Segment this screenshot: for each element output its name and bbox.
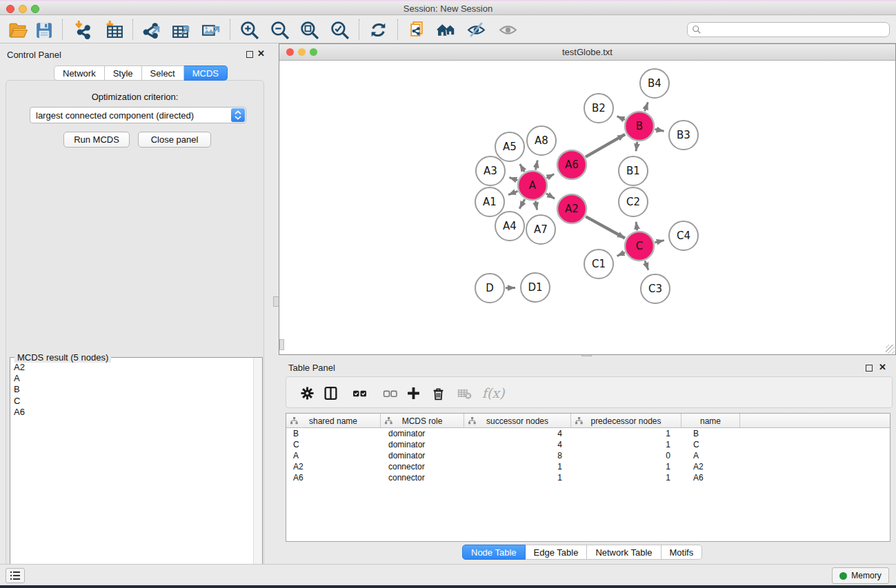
graph-edge-C-C3[interactable] (645, 261, 648, 270)
network-left-scrollbar-thumb[interactable] (279, 339, 284, 350)
export-network-icon[interactable] (139, 19, 161, 41)
table-panel-float-icon[interactable] (866, 365, 873, 372)
graph-edge-A-A1[interactable] (508, 191, 518, 194)
mcds-result-scrollbar[interactable] (253, 358, 262, 588)
graph-node-A7[interactable]: A7 (526, 215, 555, 244)
graph-node-A6[interactable]: A6 (557, 150, 586, 179)
control-panel: Control Panel ✕ NetworkStyleSelectMCDS O… (0, 43, 270, 564)
control-panel-float-icon[interactable] (246, 51, 253, 58)
graph-node-B1[interactable]: B1 (619, 156, 648, 185)
table-row[interactable]: A2connector11A2 (286, 461, 890, 472)
graph-edge-A-A3[interactable] (509, 177, 517, 180)
task-history-button[interactable] (6, 568, 25, 583)
table-tab-node-table[interactable]: Node Table (462, 545, 526, 560)
graph-edge-B-B1[interactable] (636, 142, 637, 151)
graph-edge-B-B4[interactable] (645, 102, 648, 111)
control-panel-close-icon[interactable]: ✕ (257, 48, 265, 59)
column-header-shared-name[interactable]: shared name (286, 414, 381, 428)
optimization-criterion-select[interactable]: largest connected component (directed) (30, 107, 246, 123)
export-image-icon[interactable] (199, 19, 221, 41)
column-header-name[interactable]: name (681, 414, 740, 428)
table-tab-network-table[interactable]: Network Table (587, 545, 661, 560)
graph-node-B[interactable]: B (625, 112, 654, 141)
graph-node-B4[interactable]: B4 (640, 69, 669, 98)
graph-node-B2[interactable]: B2 (584, 94, 613, 123)
graph-node-A1[interactable]: A1 (475, 187, 504, 216)
table-row[interactable]: Cdominator41C (286, 439, 890, 450)
mcds-result-item[interactable]: B (10, 384, 253, 395)
graph-node-A2[interactable]: A2 (557, 194, 586, 223)
zoom-fit-icon[interactable] (298, 19, 320, 41)
deselect-all-checkboxes-icon[interactable] (381, 385, 398, 401)
tab-network[interactable]: Network (54, 65, 105, 81)
column-header-successor-nodes[interactable]: successor nodes (464, 414, 571, 428)
graph-node-A4[interactable]: A4 (495, 212, 524, 241)
table-panel-close-icon[interactable]: ✕ (879, 362, 886, 372)
save-session-icon[interactable] (32, 19, 54, 41)
show-all-icon[interactable] (497, 19, 519, 41)
add-column-icon[interactable] (405, 385, 421, 401)
table-tab-edge-table[interactable]: Edge Table (526, 545, 588, 560)
export-table-icon[interactable] (169, 19, 191, 41)
tab-style[interactable]: Style (105, 65, 142, 81)
graph-edge-A-A7[interactable] (535, 201, 537, 210)
graph-edge-A6-B[interactable] (586, 134, 625, 157)
graph-node-D[interactable]: D (475, 274, 504, 303)
hide-selection-icon[interactable] (465, 19, 487, 41)
first-neighbors-icon[interactable] (435, 19, 457, 41)
open-session-icon[interactable] (6, 19, 28, 41)
graph-edge-A-A8[interactable] (536, 160, 538, 170)
search-input[interactable] (687, 22, 890, 37)
run-mcds-button[interactable]: Run MCDS (63, 132, 130, 148)
table-settings-gear-icon[interactable] (299, 385, 315, 401)
import-table-icon[interactable] (103, 19, 126, 41)
graph-node-C3[interactable]: C3 (641, 274, 670, 303)
graph-node-A5[interactable]: A5 (495, 132, 524, 161)
zoom-in-icon[interactable] (238, 19, 260, 41)
toggle-columns-icon[interactable] (322, 385, 339, 401)
graph-node-A[interactable]: A (518, 171, 547, 200)
graph-edge-B-B3[interactable] (655, 130, 664, 132)
mcds-result-item[interactable]: C (10, 396, 253, 407)
graph-node-B3[interactable]: B3 (669, 121, 698, 150)
graph-node-C4[interactable]: C4 (669, 221, 698, 250)
mcds-result-item[interactable]: A6 (10, 407, 253, 418)
graph-node-A3[interactable]: A3 (476, 156, 505, 185)
graph-edge-A-A4[interactable] (519, 199, 525, 209)
table-row[interactable]: Adominator80A (286, 450, 890, 461)
graph-edge-C-C1[interactable] (617, 252, 625, 256)
tab-select[interactable]: Select (142, 65, 184, 81)
graph-edge-C-C4[interactable] (655, 241, 664, 243)
graph-edge-A-A6[interactable] (546, 174, 554, 179)
zoom-selected-icon[interactable] (328, 19, 350, 41)
column-header-predecessor-nodes[interactable]: predecessor nodes (571, 414, 681, 428)
graph-node-D1[interactable]: D1 (521, 273, 550, 302)
table-tab-motifs[interactable]: Motifs (661, 545, 703, 560)
new-network-from-selection-icon[interactable] (406, 19, 428, 41)
import-network-icon[interactable] (72, 19, 94, 41)
graph-edge-A2-C[interactable] (586, 216, 625, 238)
graph-node-A8[interactable]: A8 (527, 126, 556, 155)
network-resize-grip[interactable] (886, 345, 895, 354)
table-row[interactable]: Bdominator41B (286, 428, 890, 439)
graph-node-C[interactable]: C (625, 232, 654, 261)
graph-edge-A-A5[interactable] (520, 164, 525, 172)
select-all-checkboxes-icon[interactable] (351, 385, 368, 401)
table-cell: dominator (381, 428, 464, 439)
column-header-MCDS-role[interactable]: MCDS role (381, 414, 464, 428)
zoom-out-icon[interactable] (268, 19, 290, 41)
table-row[interactable]: A6connector11A6 (286, 472, 890, 483)
apply-layout-icon[interactable] (367, 19, 389, 41)
graph-node-C2[interactable]: C2 (619, 187, 648, 216)
graph-edge-A-A2[interactable] (546, 194, 555, 199)
graph-edge-B-B2[interactable] (617, 116, 625, 120)
memory-button[interactable]: Memory (832, 567, 889, 584)
delete-column-icon[interactable] (430, 385, 446, 401)
mcds-result-item[interactable]: A (10, 373, 253, 384)
mcds-result-item[interactable]: A2 (10, 362, 253, 373)
close-panel-button[interactable]: Close panel (138, 132, 211, 148)
network-canvas[interactable]: AA1A2A3A4A5A6A7A8BB1B2B3B4CC1C2C3C4DD1 (279, 61, 895, 354)
tab-mcds[interactable]: MCDS (184, 65, 228, 81)
graph-edge-C-C2[interactable] (636, 222, 637, 231)
graph-node-C1[interactable]: C1 (584, 250, 613, 278)
